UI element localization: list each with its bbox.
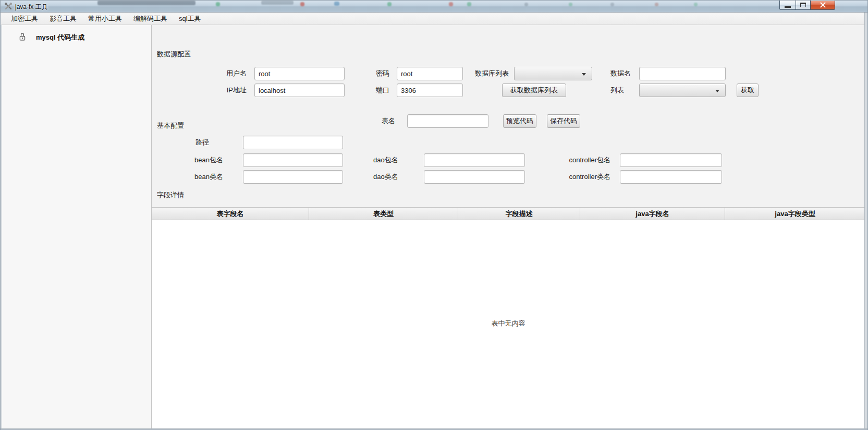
chevron-down-icon bbox=[582, 73, 586, 76]
datasource-section-title: 数据源配置 bbox=[157, 50, 191, 59]
glass-artifact bbox=[694, 3, 698, 6]
table-name-input[interactable] bbox=[407, 114, 488, 128]
database-name-label: 数据名 bbox=[610, 67, 642, 80]
table-list-combobox[interactable] bbox=[639, 83, 726, 97]
controller-class-input[interactable] bbox=[620, 170, 722, 184]
close-button[interactable] bbox=[811, 1, 835, 10]
fields-table: 表字段名 表类型 字段描述 java字段名 java字段类型 表中无内容 bbox=[152, 207, 865, 428]
ip-input[interactable] bbox=[254, 83, 345, 97]
menu-item-sql-tools[interactable]: sql工具 bbox=[173, 13, 207, 25]
glass-artifact bbox=[334, 2, 339, 6]
main-panel: 数据源配置 用户名 密码 数据库列表 数据名 IP地址 端口 获取数据库列表 列… bbox=[152, 25, 865, 428]
app-window: java-fx 工具 加密工具 影音工具 常用小工具 编解码工具 sql工具 bbox=[0, 0, 868, 430]
maximize-button[interactable] bbox=[796, 1, 811, 10]
app-tools-icon bbox=[4, 2, 13, 10]
password-input[interactable] bbox=[397, 67, 463, 80]
menu-item-encrypt-tools[interactable]: 加密工具 bbox=[5, 13, 44, 25]
titlebar[interactable]: java-fx 工具 bbox=[1, 1, 867, 13]
window-frame-left bbox=[1, 25, 2, 430]
glass-artifact bbox=[261, 1, 294, 5]
glass-artifact bbox=[97, 1, 195, 5]
port-input[interactable] bbox=[397, 83, 463, 97]
column-header-field-description[interactable]: 字段描述 bbox=[458, 208, 580, 220]
glass-artifact bbox=[655, 3, 658, 6]
window-title: java-fx 工具 bbox=[15, 3, 48, 11]
menu-item-codec-tools[interactable]: 编解码工具 bbox=[128, 13, 173, 25]
sidebar: mysql 代码生成 bbox=[1, 25, 152, 428]
database-list-combobox[interactable] bbox=[514, 67, 592, 80]
controller-package-label: controller包名 bbox=[553, 153, 610, 167]
dao-class-label: dao类名 bbox=[373, 170, 418, 184]
maximize-icon bbox=[800, 3, 806, 7]
path-label: 路径 bbox=[195, 136, 232, 149]
sidebar-item-mysql-codegen[interactable]: mysql 代码生成 bbox=[1, 29, 151, 45]
username-label: 用户名 bbox=[183, 67, 247, 80]
glass-artifact bbox=[524, 3, 528, 6]
controller-class-label: controller类名 bbox=[553, 170, 610, 184]
port-label: 端口 bbox=[358, 83, 389, 97]
save-code-button[interactable]: 保存代码 bbox=[547, 114, 580, 128]
dao-class-input[interactable] bbox=[424, 170, 525, 184]
menu-item-media-tools[interactable]: 影音工具 bbox=[44, 13, 82, 25]
minimize-icon bbox=[785, 6, 791, 8]
bean-package-input[interactable] bbox=[243, 153, 343, 167]
dao-package-input[interactable] bbox=[424, 153, 525, 167]
fields-table-header: 表字段名 表类型 字段描述 java字段名 java字段类型 bbox=[152, 208, 865, 220]
lock-icon bbox=[19, 32, 26, 41]
table-name-label: 表名 bbox=[365, 114, 395, 128]
column-header-java-field-type[interactable]: java字段类型 bbox=[725, 208, 865, 220]
glass-artifact bbox=[387, 2, 392, 6]
glass-artifact bbox=[216, 2, 220, 6]
menu-item-common-tools[interactable]: 常用小工具 bbox=[82, 13, 128, 25]
controller-package-input[interactable] bbox=[620, 153, 722, 167]
path-input[interactable] bbox=[243, 136, 343, 149]
window-controls bbox=[779, 1, 835, 10]
column-header-table-type[interactable]: 表类型 bbox=[309, 208, 458, 220]
database-name-input[interactable] bbox=[639, 67, 726, 80]
glass-artifact bbox=[300, 2, 304, 6]
glass-artifact bbox=[569, 3, 572, 6]
table-empty-placeholder: 表中无内容 bbox=[152, 319, 865, 328]
minimize-button[interactable] bbox=[779, 1, 796, 10]
password-label: 密码 bbox=[358, 67, 389, 80]
menubar: 加密工具 影音工具 常用小工具 编解码工具 sql工具 bbox=[1, 13, 867, 25]
glass-artifact bbox=[467, 2, 471, 6]
fields-table-body: 表中无内容 bbox=[152, 220, 865, 428]
column-header-java-field-name[interactable]: java字段名 bbox=[580, 208, 725, 220]
close-icon bbox=[820, 2, 826, 8]
database-list-label: 数据库列表 bbox=[475, 67, 514, 80]
window-frame-right bbox=[864, 13, 868, 430]
fields-section-title: 字段详情 bbox=[157, 190, 184, 200]
basic-section-title: 基本配置 bbox=[157, 121, 184, 130]
preview-code-button[interactable]: 预览代码 bbox=[503, 114, 536, 128]
chevron-down-icon bbox=[715, 90, 719, 92]
sidebar-item-label: mysql 代码生成 bbox=[36, 33, 84, 42]
column-header-table-field-name[interactable]: 表字段名 bbox=[152, 208, 309, 220]
glass-artifact bbox=[610, 3, 614, 6]
table-list-label: 列表 bbox=[610, 83, 642, 97]
username-input[interactable] bbox=[254, 67, 345, 80]
glass-artifact bbox=[449, 2, 453, 6]
dao-package-label: dao包名 bbox=[373, 153, 418, 167]
bean-class-label: bean类名 bbox=[194, 170, 241, 184]
bean-package-label: bean包名 bbox=[194, 153, 241, 167]
fetch-database-list-button[interactable]: 获取数据库列表 bbox=[502, 83, 566, 97]
fetch-button[interactable]: 获取 bbox=[737, 83, 759, 97]
ip-label: IP地址 bbox=[183, 83, 247, 97]
bean-class-input[interactable] bbox=[243, 170, 343, 184]
